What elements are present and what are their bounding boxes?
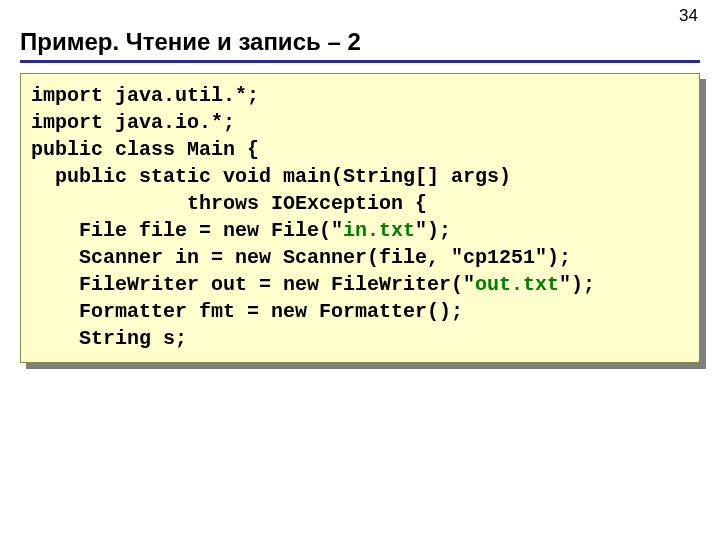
title-rule	[20, 60, 700, 63]
code-line: Scanner in = new Scanner(file, "cp1251")…	[31, 246, 571, 269]
code-string-literal: in.txt	[343, 219, 415, 242]
slide: 34 Пример. Чтение и запись – 2 import ja…	[0, 0, 720, 540]
code-line: ");	[415, 219, 451, 242]
code-line: String s;	[31, 327, 187, 350]
code-shadow: import java.util.*; import java.io.*; pu…	[20, 73, 700, 363]
code-line: throws IOException {	[31, 192, 427, 215]
code-line: import java.util.*;	[31, 84, 259, 107]
code-string-literal: out.txt	[475, 273, 559, 296]
code-line: FileWriter out = new FileWriter("	[31, 273, 475, 296]
code-line: Formatter fmt = new Formatter();	[31, 300, 463, 323]
slide-title: Пример. Чтение и запись – 2	[20, 28, 700, 56]
code-line: ");	[559, 273, 595, 296]
code-line: import java.io.*;	[31, 111, 235, 134]
code-block: import java.util.*; import java.io.*; pu…	[20, 73, 700, 363]
code-line: public class Main {	[31, 138, 259, 161]
code-line: File file = new File("	[31, 219, 343, 242]
code-line: public static void main(String[] args)	[31, 165, 511, 188]
page-number: 34	[679, 6, 698, 26]
